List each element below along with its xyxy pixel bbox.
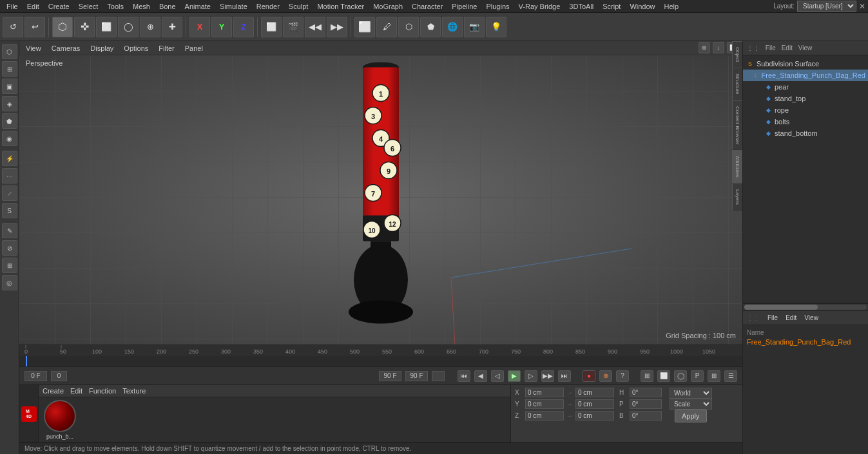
- h-input[interactable]: [630, 388, 662, 397]
- tab-attributes[interactable]: Attributes: [732, 150, 742, 184]
- menu-mesh[interactable]: Mesh: [129, 1, 154, 12]
- timeline-ruler[interactable]: 0 50 100 150 200 250 300 350 400 450 500…: [19, 345, 742, 356]
- play-back-button[interactable]: ◁: [491, 370, 504, 382]
- menu-bone[interactable]: Bone: [155, 1, 180, 12]
- close-icon[interactable]: ✕: [859, 2, 865, 11]
- view-menu[interactable]: View: [798, 44, 813, 52]
- mat-menu-create[interactable]: Create: [43, 387, 64, 395]
- frame-value-input[interactable]: [51, 371, 67, 381]
- tree-item-rope[interactable]: ◆ rope: [743, 104, 868, 116]
- axis-x-button[interactable]: X: [189, 17, 210, 37]
- motion-button[interactable]: ?: [616, 370, 629, 382]
- tree-item-bolts[interactable]: ◆ bolts: [743, 116, 868, 128]
- undo-button[interactable]: ↺: [3, 17, 23, 37]
- left-tool-13[interactable]: ⊞: [2, 258, 17, 273]
- vp-menu-cameras[interactable]: Cameras: [49, 43, 83, 53]
- menu-motion-tracker[interactable]: Motion Tracker: [313, 1, 368, 12]
- y-rotation-input[interactable]: [575, 399, 614, 409]
- y-position-input[interactable]: [525, 399, 564, 409]
- play-prev-button[interactable]: ◀◀: [305, 17, 325, 37]
- menu-window[interactable]: Window: [626, 1, 659, 12]
- menu-tools[interactable]: Tools: [103, 1, 128, 12]
- viewport-3d[interactable]: Perspective 1 3: [19, 55, 742, 345]
- object-scrollbar[interactable]: [743, 303, 868, 311]
- goto-start-button[interactable]: ⏮: [458, 370, 470, 382]
- scrollbar-thumb[interactable]: [744, 305, 818, 310]
- deform-button[interactable]: ⬟: [420, 17, 441, 37]
- timeline-track[interactable]: [19, 356, 742, 366]
- p-input[interactable]: [630, 399, 662, 409]
- material-preview[interactable]: [44, 400, 76, 432]
- goto-end-button[interactable]: ▶▶: [541, 370, 554, 382]
- scale-tool[interactable]: ⬜: [96, 17, 117, 37]
- material-slot[interactable]: punch_b...: [44, 400, 76, 440]
- vp-menu-view[interactable]: View: [23, 43, 44, 53]
- b-input[interactable]: [630, 411, 662, 421]
- left-tool-10[interactable]: S: [2, 203, 17, 218]
- spline-button[interactable]: 🖊: [376, 17, 397, 37]
- step-back-button[interactable]: ◀: [474, 370, 487, 382]
- file-menu[interactable]: File: [766, 44, 776, 52]
- tree-item-subdivision[interactable]: S Subdivision Surface: [743, 58, 868, 70]
- move-tool[interactable]: ✜: [74, 17, 95, 37]
- auto-key-button[interactable]: ⊕: [599, 370, 612, 382]
- nurbs-button[interactable]: ⬡: [398, 17, 419, 37]
- menu-animate[interactable]: Animate: [181, 1, 215, 12]
- vp-menu-filter[interactable]: Filter: [156, 43, 177, 53]
- scale-dropdown[interactable]: Scale: [670, 399, 712, 410]
- menu-render[interactable]: Render: [253, 1, 284, 12]
- tab-content-browser[interactable]: Content Browser: [732, 100, 742, 151]
- attr-file-menu[interactable]: File: [767, 314, 778, 321]
- left-tool-4[interactable]: ◈: [2, 96, 17, 111]
- tree-item-punchbag[interactable]: L Free_Standing_Punch_Bag_Red: [743, 70, 868, 81]
- menu-vray[interactable]: V-Ray Bridge: [515, 1, 564, 12]
- left-tool-6[interactable]: ◉: [2, 131, 17, 146]
- select-tool[interactable]: ⬡: [52, 17, 73, 37]
- record-button[interactable]: ●: [583, 370, 595, 382]
- tab-object[interactable]: Object: [732, 41, 742, 68]
- param-button[interactable]: P: [691, 370, 704, 382]
- cube-button[interactable]: ⬜: [354, 17, 375, 37]
- menu-sculpt[interactable]: Sculpt: [285, 1, 313, 12]
- left-tool-12[interactable]: ⊘: [2, 240, 17, 256]
- snap-button[interactable]: ⊞: [641, 370, 653, 382]
- tab-layers[interactable]: Layers: [732, 184, 742, 211]
- axis-y-button[interactable]: Y: [211, 17, 232, 37]
- menu-create[interactable]: Create: [44, 1, 73, 12]
- x-position-input[interactable]: [525, 388, 564, 397]
- left-tool-8[interactable]: ⋯: [2, 168, 17, 184]
- tree-item-stand-bottom[interactable]: ◆ stand_bottom: [743, 128, 868, 139]
- menu-select[interactable]: Select: [75, 1, 102, 12]
- vp-menu-panel[interactable]: Panel: [182, 43, 206, 53]
- mat-menu-texture[interactable]: Texture: [122, 387, 146, 395]
- left-tool-7[interactable]: ⚡: [2, 151, 17, 166]
- list-button[interactable]: ☰: [724, 370, 737, 382]
- camera-button[interactable]: 📷: [464, 17, 485, 37]
- current-frame-input[interactable]: [24, 371, 47, 381]
- tab-structure[interactable]: Structure: [732, 68, 742, 100]
- record-button[interactable]: 🎬: [283, 17, 304, 37]
- attr-view-menu[interactable]: View: [804, 314, 818, 321]
- fps-input[interactable]: [405, 371, 428, 381]
- left-tool-9[interactable]: ⟋: [2, 185, 17, 201]
- z-rotation-input[interactable]: [575, 411, 614, 421]
- scrollbar-track[interactable]: [744, 305, 867, 310]
- onion-button[interactable]: ◯: [674, 370, 687, 382]
- play-button[interactable]: ▶: [508, 370, 521, 382]
- menu-mograph[interactable]: MoGraph: [369, 1, 407, 12]
- left-tool-11[interactable]: ✎: [2, 223, 17, 238]
- tree-item-stand-top[interactable]: ◆ stand_top: [743, 93, 868, 104]
- z-position-input[interactable]: [525, 411, 564, 421]
- menu-edit[interactable]: Edit: [23, 1, 43, 12]
- environment-button[interactable]: 🌐: [442, 17, 463, 37]
- light-button[interactable]: 💡: [486, 17, 506, 37]
- left-tool-14[interactable]: ◎: [2, 275, 17, 290]
- menu-file[interactable]: File: [3, 1, 22, 12]
- mat-menu-edit[interactable]: Edit: [70, 387, 82, 395]
- world-dropdown[interactable]: World Object: [670, 388, 712, 399]
- menu-character[interactable]: Character: [408, 1, 447, 12]
- redo-button[interactable]: ↩: [24, 17, 45, 37]
- apply-button[interactable]: Apply: [675, 410, 707, 422]
- vp-menu-display[interactable]: Display: [88, 43, 116, 53]
- play-next-button[interactable]: ▶▶: [327, 17, 347, 37]
